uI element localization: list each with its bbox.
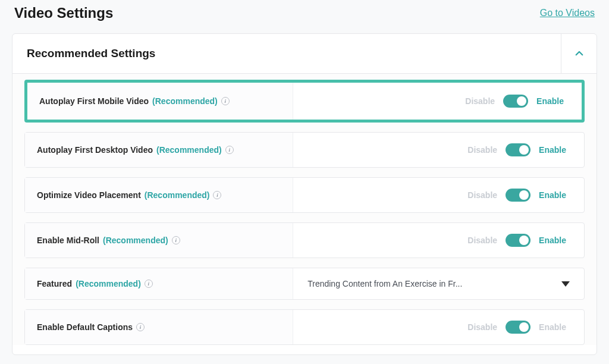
toggle-autoplay-mobile[interactable]: [503, 95, 528, 108]
featured-dropdown[interactable]: Trending Content from An Exercise in Fr.…: [307, 279, 570, 288]
info-icon[interactable]: i: [136, 323, 145, 331]
caret-down-icon: [561, 281, 570, 287]
panel-collapse-button[interactable]: [561, 34, 597, 73]
disable-label: Disable: [467, 145, 497, 155]
go-to-videos-link[interactable]: Go to Videos: [540, 8, 595, 18]
setting-control-cell: Disable Enable: [293, 133, 584, 167]
setting-label: Featured: [37, 279, 72, 288]
setting-label: Enable Mid-Roll: [37, 236, 99, 245]
panel-body: Autoplay First Mobile Video (Recommended…: [12, 74, 597, 345]
info-icon[interactable]: i: [172, 236, 180, 244]
setting-label-cell: Enable Mid-Roll (Recommended) i: [25, 223, 293, 258]
dropdown-selected-text: Trending Content from An Exercise in Fr.…: [307, 279, 462, 288]
info-icon[interactable]: i: [213, 191, 221, 199]
enable-label: Enable: [536, 96, 564, 106]
setting-autoplay-mobile: Autoplay First Mobile Video (Recommended…: [24, 80, 585, 123]
setting-label: Optimize Video Placement: [37, 190, 141, 200]
recommended-settings-panel: Recommended Settings Autoplay First Mobi…: [12, 33, 597, 355]
setting-control-cell: Trending Content from An Exercise in Fr.…: [293, 268, 584, 299]
setting-label-cell: Autoplay First Mobile Video (Recommended…: [27, 83, 293, 120]
enable-label: Enable: [539, 236, 566, 245]
recommended-tag: (Recommended): [156, 145, 222, 155]
setting-label-cell: Enable Default Captions i: [25, 310, 293, 344]
setting-label-cell: Featured (Recommended) i: [25, 268, 293, 299]
disable-label: Disable: [467, 322, 497, 332]
recommended-tag: (Recommended): [76, 279, 141, 288]
setting-control-cell: Disable Enable: [293, 178, 584, 212]
toggle-optimize-placement[interactable]: [506, 189, 530, 202]
panel-header: Recommended Settings: [12, 34, 597, 74]
setting-optimize-placement: Optimize Video Placement (Recommended) i…: [24, 177, 585, 213]
setting-control-cell: Disable Enable: [293, 83, 582, 120]
enable-label: Enable: [539, 322, 566, 332]
recommended-tag: (Recommended): [152, 96, 218, 106]
panel-title: Recommended Settings: [27, 47, 155, 60]
toggle-default-captions[interactable]: [506, 321, 530, 334]
info-icon[interactable]: i: [221, 97, 230, 105]
setting-label: Enable Default Captions: [37, 322, 133, 332]
enable-label: Enable: [539, 190, 566, 200]
setting-default-captions: Enable Default Captions i Disable Enable: [24, 309, 585, 345]
recommended-tag: (Recommended): [103, 236, 168, 245]
setting-mid-roll: Enable Mid-Roll (Recommended) i Disable …: [24, 222, 585, 258]
recommended-tag: (Recommended): [145, 190, 210, 200]
enable-label: Enable: [539, 145, 566, 155]
toggle-mid-roll[interactable]: [506, 234, 530, 247]
disable-label: Disable: [467, 190, 497, 200]
page-header: Video Settings Go to Videos: [0, 0, 609, 33]
setting-control-cell: Disable Enable: [293, 223, 584, 258]
info-icon[interactable]: i: [145, 280, 153, 288]
info-icon[interactable]: i: [225, 146, 234, 154]
setting-label: Autoplay First Desktop Video: [37, 145, 153, 155]
setting-label-cell: Optimize Video Placement (Recommended) i: [25, 178, 293, 212]
disable-label: Disable: [467, 236, 497, 245]
setting-featured: Featured (Recommended) i Trending Conten…: [24, 268, 585, 300]
toggle-autoplay-desktop[interactable]: [506, 143, 530, 156]
setting-control-cell: Disable Enable: [293, 310, 584, 344]
setting-label: Autoplay First Mobile Video: [39, 96, 149, 106]
chevron-up-icon: [574, 48, 585, 59]
page-title: Video Settings: [14, 5, 113, 21]
setting-label-cell: Autoplay First Desktop Video (Recommende…: [25, 133, 293, 167]
disable-label: Disable: [465, 96, 495, 106]
setting-autoplay-desktop: Autoplay First Desktop Video (Recommende…: [24, 132, 585, 168]
